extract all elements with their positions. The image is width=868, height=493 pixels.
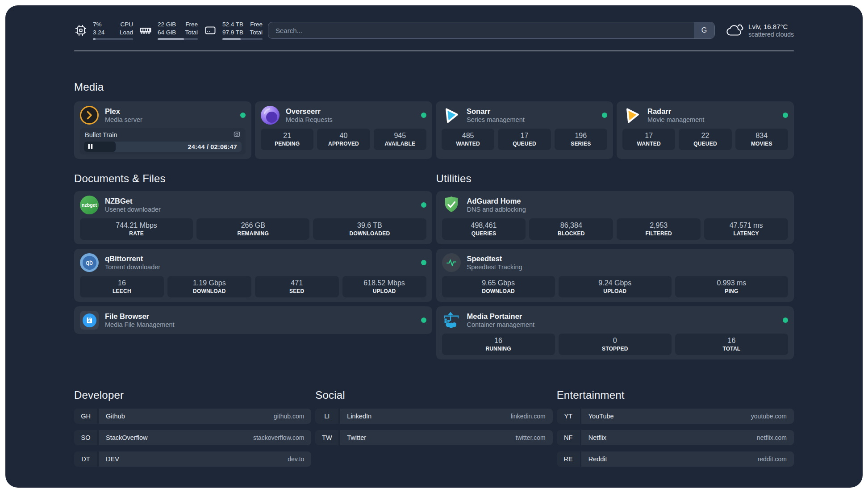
status-dot bbox=[421, 202, 426, 208]
bookmark-abbr: NF bbox=[557, 430, 580, 445]
adguard-icon bbox=[442, 196, 461, 214]
status-dot bbox=[240, 113, 246, 118]
service-card-overseerr[interactable]: Overseerr Media Requests 21PENDING 40APP… bbox=[255, 101, 432, 159]
section-title-media: Media bbox=[74, 81, 794, 93]
service-name: File Browser bbox=[105, 312, 175, 321]
service-description: Torrent downloader bbox=[105, 263, 160, 271]
service-name: AdGuard Home bbox=[467, 197, 526, 205]
disk-icon bbox=[204, 24, 217, 37]
service-name: NZBGet bbox=[105, 197, 161, 205]
stat-block: 1.19 GbpsDOWNLOAD bbox=[167, 276, 251, 297]
service-card-speedtest[interactable]: Speedtest Speedtest Tracking 9.65 GbpsDO… bbox=[436, 249, 794, 302]
bookmark-reddit[interactable]: RE Redditreddit.com bbox=[557, 451, 794, 467]
stat-block: 0STOPPED bbox=[559, 334, 672, 355]
stat-block: 47.571 msLATENCY bbox=[704, 218, 788, 240]
disk-label-2: Total bbox=[250, 29, 263, 37]
stat-block: 16LEECH bbox=[80, 276, 164, 297]
cpu-widget: 7%CPU 3.24Load bbox=[74, 21, 133, 40]
memory-widget: 22 GiBFree 64 GiBTotal bbox=[139, 21, 198, 40]
search-input[interactable] bbox=[268, 22, 694, 38]
section-title-social: Social bbox=[315, 389, 552, 401]
stat-block: 39.6 TBDOWNLOADED bbox=[313, 218, 426, 240]
stat-block: 0.993 msPING bbox=[675, 276, 788, 297]
service-description: Speedtest Tracking bbox=[467, 263, 522, 271]
bookmark-abbr: DT bbox=[74, 451, 97, 467]
weather-widget[interactable]: Lviv, 16.87°C scattered clouds bbox=[726, 21, 794, 39]
overseerr-icon bbox=[261, 106, 280, 125]
speedtest-icon bbox=[442, 253, 461, 272]
stat-block: 22QUEUED bbox=[679, 129, 731, 150]
status-dot bbox=[421, 113, 426, 118]
service-name: Overseerr bbox=[286, 107, 333, 116]
stat-block: 834MOVIES bbox=[735, 129, 788, 150]
disk-progress-bar bbox=[222, 38, 263, 40]
video-icon bbox=[233, 130, 241, 139]
service-card-adguard[interactable]: AdGuard Home DNS and adblocking 498,461Q… bbox=[436, 191, 794, 244]
service-card-qbittorrent[interactable]: qb qBittorrent Torrent downloader 16LEEC… bbox=[74, 249, 432, 302]
stat-block: 2,953FILTERED bbox=[617, 218, 701, 240]
bookmark-youtube[interactable]: YT YouTubeyoutube.com bbox=[557, 409, 794, 424]
status-dot bbox=[602, 113, 607, 118]
stat-block: 196SERIES bbox=[555, 129, 607, 150]
service-card-plex[interactable]: Plex Media server Bullet Train bbox=[74, 101, 251, 159]
service-card-radarr[interactable]: Radarr Movie management 17WANTED 22QUEUE… bbox=[617, 101, 794, 159]
bookmark-netflix[interactable]: NF Netflixnetflix.com bbox=[557, 430, 794, 445]
radarr-icon bbox=[622, 106, 641, 125]
dashboard-page: 7%CPU 3.24Load bbox=[5, 5, 863, 488]
service-card-filebrowser[interactable]: File Browser Media File Management bbox=[74, 306, 432, 334]
memory-label-2: Total bbox=[185, 29, 198, 37]
bookmark-abbr: LI bbox=[315, 409, 338, 424]
stat-block: 618.52 MbpsUPLOAD bbox=[342, 276, 426, 297]
playback-progress-bar[interactable]: 24:44 / 02:06:47 bbox=[84, 142, 242, 152]
disk-total-value: 97.9 TB bbox=[222, 29, 243, 37]
bookmark-abbr: TW bbox=[315, 430, 338, 445]
bookmark-dev[interactable]: DT DEVdev.to bbox=[74, 451, 311, 467]
cpu-icon bbox=[74, 24, 88, 37]
bookmark-twitter[interactable]: TW Twittertwitter.com bbox=[315, 430, 552, 445]
service-name: Speedtest bbox=[467, 255, 522, 263]
pause-icon[interactable] bbox=[88, 143, 93, 151]
service-name: qBittorrent bbox=[105, 255, 160, 263]
cpu-usage-value: 7% bbox=[93, 21, 102, 29]
filebrowser-icon bbox=[80, 311, 99, 330]
stat-block: 485WANTED bbox=[442, 129, 494, 150]
cpu-label-2: Load bbox=[120, 29, 133, 37]
disk-free-value: 52.4 TB bbox=[222, 21, 243, 29]
weather-condition: scattered clouds bbox=[748, 31, 794, 38]
search-bar: G bbox=[268, 22, 715, 39]
sonarr-icon bbox=[442, 106, 460, 125]
service-description: Media Requests bbox=[286, 116, 333, 123]
service-description: Media File Management bbox=[105, 321, 175, 328]
service-card-sonarr[interactable]: Sonarr Series management 485WANTED 17QUE… bbox=[436, 101, 613, 159]
memory-total-value: 64 GiB bbox=[158, 29, 176, 37]
section-title-developer: Developer bbox=[74, 389, 311, 401]
stat-block: 17WANTED bbox=[622, 129, 675, 150]
plex-icon bbox=[80, 106, 99, 125]
memory-free-value: 22 GiB bbox=[158, 21, 176, 29]
cpu-label-1: CPU bbox=[120, 21, 133, 29]
bookmark-linkedin[interactable]: LI LinkedInlinkedin.com bbox=[315, 409, 552, 424]
cpu-load-value: 3.24 bbox=[93, 29, 104, 37]
now-playing-panel: Bullet Train 24:44 / 02:06:47 bbox=[80, 128, 246, 155]
section-title-entertainment: Entertainment bbox=[557, 389, 794, 401]
stat-block: 86,384BLOCKED bbox=[529, 218, 613, 240]
memory-icon bbox=[139, 24, 152, 37]
service-card-portainer[interactable]: Media Portainer Container management 16R… bbox=[436, 306, 794, 359]
service-card-nzbget[interactable]: nzbget NZBGet Usenet downloader 744.21 M… bbox=[74, 191, 432, 244]
memory-label-1: Free bbox=[185, 21, 198, 29]
status-dot bbox=[421, 318, 426, 323]
search-provider-button[interactable]: G bbox=[694, 22, 714, 38]
service-description: Movie management bbox=[647, 116, 704, 123]
weather-location-temp: Lviv, 16.87°C bbox=[748, 23, 794, 30]
status-dot bbox=[783, 113, 788, 118]
service-description: Container management bbox=[467, 321, 535, 328]
service-name: Media Portainer bbox=[467, 312, 535, 321]
bookmark-github[interactable]: GH Githubgithub.com bbox=[74, 409, 311, 424]
stat-block: 17QUEUED bbox=[498, 129, 551, 150]
section-media: Media Plex Media server bbox=[74, 81, 794, 159]
bookmark-stackoverflow[interactable]: SO StackOverflowstackoverflow.com bbox=[74, 430, 311, 445]
now-playing-title: Bullet Train bbox=[85, 131, 117, 138]
stat-block: 9.24 GbpsUPLOAD bbox=[559, 276, 672, 297]
bookmark-group-developer: Developer GH Githubgithub.com SO StackOv… bbox=[74, 389, 311, 467]
service-description: Series management bbox=[467, 116, 525, 123]
